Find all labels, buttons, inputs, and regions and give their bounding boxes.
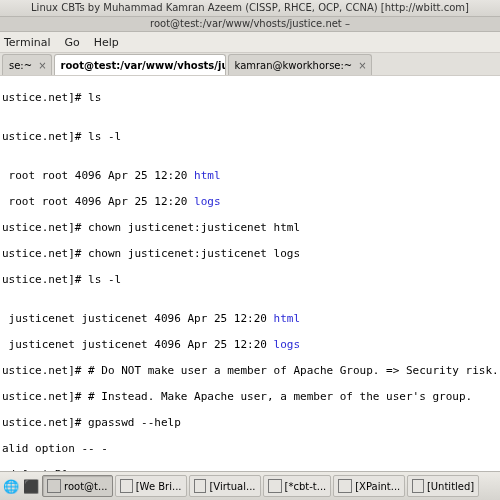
tab-label: kamran@kworkhorse:~ bbox=[235, 60, 353, 71]
menu-help[interactable]: Help bbox=[94, 36, 119, 49]
taskbar-button[interactable]: [Virtual... bbox=[189, 475, 261, 497]
window-icon bbox=[120, 479, 133, 493]
term-line: justicenet justicenet 4096 Apr 25 12:20 … bbox=[2, 312, 500, 325]
term-line: ustice.net]# chown justicenet:justicenet… bbox=[2, 221, 500, 234]
close-icon[interactable]: × bbox=[38, 60, 46, 71]
window-icon bbox=[194, 479, 207, 493]
term-line: root root 4096 Apr 25 12:20 html bbox=[2, 169, 500, 182]
term-line: justicenet justicenet 4096 Apr 25 12:20 … bbox=[2, 338, 500, 351]
menubar: Terminal Go Help bbox=[0, 32, 500, 53]
tab-label: root@test:/var/www/vhosts/justice.net bbox=[61, 60, 226, 71]
term-line: ustice.net]# ls -l bbox=[2, 273, 500, 286]
firefox-icon[interactable]: 🌐 bbox=[2, 477, 20, 495]
taskbar-button[interactable]: [*cbt-t... bbox=[263, 475, 332, 497]
taskbar-button-label: [*cbt-t... bbox=[285, 481, 327, 492]
dir-name: logs bbox=[194, 195, 221, 208]
tab-0[interactable]: se:~ × bbox=[2, 54, 52, 75]
term-line: ustice.net]# # Instead. Make Apache user… bbox=[2, 390, 500, 403]
taskbar-button[interactable]: [XPaint... bbox=[333, 475, 405, 497]
taskbar: 🌐 ⬛ root@t... [We Bri... [Virtual... [*c… bbox=[0, 471, 500, 500]
taskbar-button-label: [We Bri... bbox=[136, 481, 182, 492]
tab-2[interactable]: kamran@kworkhorse:~ × bbox=[228, 54, 372, 75]
term-line: alid option -- - bbox=[2, 442, 500, 455]
tab-1[interactable]: root@test:/var/www/vhosts/justice.net × bbox=[54, 54, 226, 75]
term-line: ustice.net]# ls bbox=[2, 91, 500, 104]
window-icon bbox=[338, 479, 352, 493]
menu-terminal[interactable]: Terminal bbox=[4, 36, 51, 49]
app-launcher-icon[interactable]: ⬛ bbox=[22, 477, 40, 495]
taskbar-button-label: [XPaint... bbox=[355, 481, 400, 492]
term-line: ustice.net]# # Do NOT make user a member… bbox=[2, 364, 500, 377]
term-line: ustice.net]# gpasswd --help bbox=[2, 416, 500, 429]
dir-name: html bbox=[194, 169, 221, 182]
window-icon bbox=[412, 479, 424, 493]
taskbar-button-terminal[interactable]: root@t... bbox=[42, 475, 113, 497]
term-line: ustice.net]# ls -l bbox=[2, 130, 500, 143]
taskbar-button-label: [Virtual... bbox=[209, 481, 255, 492]
term-line: ustice.net]# chown justicenet:justicenet… bbox=[2, 247, 500, 260]
window-subtitle: root@test:/var/www/vhosts/justice.net – bbox=[0, 17, 500, 32]
dir-name: logs bbox=[274, 338, 301, 351]
taskbar-button-label: [Untitled] bbox=[427, 481, 474, 492]
dir-name: html bbox=[274, 312, 301, 325]
window-icon bbox=[47, 479, 61, 493]
close-icon[interactable]: × bbox=[358, 60, 366, 71]
tab-bar: se:~ × root@test:/var/www/vhosts/justice… bbox=[0, 53, 500, 76]
taskbar-button[interactable]: [Untitled] bbox=[407, 475, 479, 497]
taskbar-button[interactable]: [We Bri... bbox=[115, 475, 187, 497]
taskbar-button-label: root@t... bbox=[64, 481, 108, 492]
tab-label: se:~ bbox=[9, 60, 32, 71]
terminal-output[interactable]: ustice.net]# ls ustice.net]# ls -l root … bbox=[0, 76, 500, 475]
window-icon bbox=[268, 479, 282, 493]
menu-go[interactable]: Go bbox=[65, 36, 80, 49]
term-line: root root 4096 Apr 25 12:20 logs bbox=[2, 195, 500, 208]
window-titlebar: Linux CBTs by Muhammad Kamran Azeem (CIS… bbox=[0, 0, 500, 17]
